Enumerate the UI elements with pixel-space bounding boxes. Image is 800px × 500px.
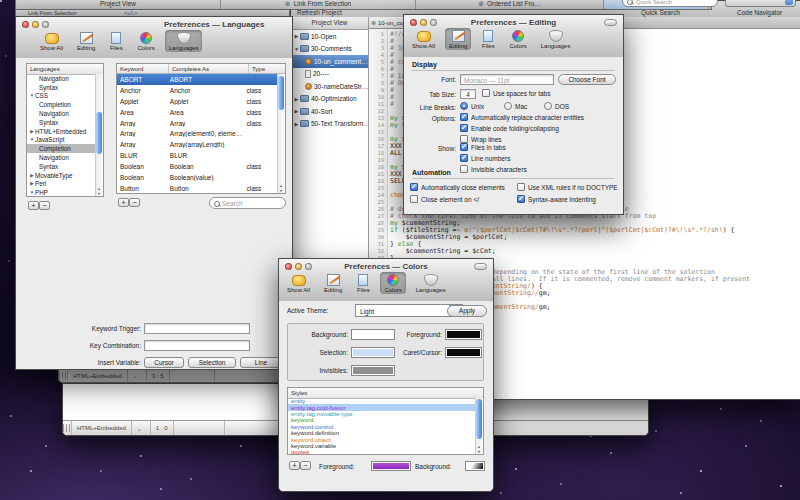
project-tree-item[interactable]: ▼30-Comments xyxy=(291,43,368,56)
language-list-item[interactable]: ▶HTML+Embedded xyxy=(27,127,96,136)
toolbar-item-files[interactable]: Files xyxy=(352,272,374,294)
language-mode-popup[interactable]: HTML+Embedded xyxy=(68,369,128,382)
checkbox-row[interactable]: Close element on </ xyxy=(410,195,517,203)
project-tree-item[interactable]: ▶50-Text Transform… xyxy=(291,118,368,131)
checkbox-row[interactable]: Wrap lines xyxy=(460,135,584,143)
close-button[interactable] xyxy=(22,21,29,28)
style-list-item[interactable]: quotes xyxy=(288,449,476,454)
language-list-item[interactable]: Completion xyxy=(27,144,96,153)
add-keyword-button[interactable]: + xyxy=(118,198,129,207)
close-button[interactable] xyxy=(410,19,417,26)
mac-radio[interactable] xyxy=(504,102,512,110)
code-navigator-dropdown[interactable] xyxy=(725,0,796,7)
disclosure-triangle-icon[interactable]: ▶ xyxy=(293,33,300,39)
popup-caret-icon[interactable] xyxy=(128,369,147,382)
language-list-item[interactable]: Syntax xyxy=(27,83,96,92)
remove-style-button[interactable]: − xyxy=(300,461,311,470)
column-completes-as[interactable]: Completes As xyxy=(169,64,249,73)
insert-line-button[interactable]: Line xyxy=(240,357,282,368)
keyword-table-row[interactable]: ABORTABORT xyxy=(117,74,278,85)
zoom-button[interactable] xyxy=(305,263,312,270)
checkbox[interactable] xyxy=(517,183,525,191)
add-language-button[interactable]: + xyxy=(28,201,39,210)
keyword-table-row[interactable]: AnchorAnchorclass xyxy=(117,85,278,96)
toolbar-item-languages[interactable]: Languages xyxy=(537,28,575,50)
checkbox[interactable] xyxy=(460,124,468,132)
language-list-item[interactable]: ▶Perl xyxy=(27,180,96,189)
checkbox[interactable] xyxy=(460,113,468,121)
dos-radio[interactable] xyxy=(544,102,552,110)
language-list-item[interactable]: Navigation xyxy=(27,74,96,83)
project-tree-item[interactable]: 20---- xyxy=(291,68,368,81)
language-list-item[interactable]: Syntax xyxy=(27,118,96,127)
apply-button[interactable]: Apply xyxy=(447,305,487,317)
toolbar-item-colors[interactable]: Colors xyxy=(380,272,405,294)
styles-scrollbar[interactable]: ▲▼ xyxy=(475,398,483,454)
project-tree-item[interactable]: ▶10-Open xyxy=(291,30,368,43)
add-style-button[interactable]: + xyxy=(289,461,300,470)
strip-tab-link-from-selection[interactable]: ⊗Link From Selection xyxy=(221,0,416,9)
background-swatch[interactable] xyxy=(351,329,395,340)
checkbox-row[interactable]: Line numbers xyxy=(460,154,527,162)
project-tree-item[interactable]: ▶40-Sort xyxy=(291,105,368,118)
checkbox-row[interactable]: Files in tabs xyxy=(460,143,527,151)
quick-search-input[interactable]: Quick Search xyxy=(622,0,718,7)
radio-dos[interactable]: DOS xyxy=(544,102,569,110)
toolbar-item-editing[interactable]: Editing xyxy=(320,272,346,294)
selection-swatch[interactable] xyxy=(351,347,395,358)
toolbar-item-editing[interactable]: Editing xyxy=(73,30,99,52)
toolbar-item-languages[interactable]: Languages xyxy=(165,30,203,52)
strip-tab-project-view[interactable]: Project View xyxy=(16,0,221,9)
caret-cursor-swatch[interactable] xyxy=(445,347,482,358)
invisibles-swatch[interactable] xyxy=(351,365,395,376)
scrollbar-thumb[interactable] xyxy=(476,399,482,439)
toolbar-item-show-all[interactable]: Show All xyxy=(36,31,67,52)
strip-tab-ordered-list-fro-[interactable]: ⊗Ordered List Fro… xyxy=(416,0,604,9)
remove-language-button[interactable]: − xyxy=(39,201,50,210)
keyword-table-row[interactable]: AreaAreaclass xyxy=(117,107,278,118)
toolbar-toggle-pill[interactable] xyxy=(604,19,617,26)
remove-keyword-button[interactable]: − xyxy=(129,198,140,207)
minimize-button[interactable] xyxy=(420,19,427,26)
editing-titlebar[interactable]: Preferences — Editing Show AllEditingFil… xyxy=(404,15,623,58)
colors-titlebar[interactable]: Preferences — Colors Show AllEditingFile… xyxy=(279,259,493,302)
disclosure-triangle-icon[interactable]: ▶ xyxy=(293,121,300,127)
tab-close-icon[interactable]: ⊗ xyxy=(478,1,484,7)
project-tree-item[interactable]: 10-un_comment… xyxy=(291,55,368,68)
checkbox-row[interactable]: Enable code folding/collapsing xyxy=(460,124,584,132)
languages-scrollbar[interactable]: ▲▼ xyxy=(95,74,103,196)
keyword-table-row[interactable]: ArrayArray(element0, eleme… xyxy=(117,128,278,139)
checkbox[interactable] xyxy=(460,165,468,173)
use-spaces-checkbox-row[interactable]: Use spaces for tabs xyxy=(482,89,550,97)
zoom-button[interactable] xyxy=(430,19,437,26)
use-spaces-checkbox[interactable] xyxy=(482,89,490,97)
unix-radio[interactable] xyxy=(460,102,468,110)
language-list-item[interactable]: ▼JavaScript xyxy=(27,136,96,145)
languages-titlebar[interactable]: Preferences — Languages Show AllEditingF… xyxy=(16,17,292,59)
foreground-swatch[interactable] xyxy=(445,329,482,340)
disclosure-triangle-icon[interactable]: ▼ xyxy=(293,46,300,52)
checkbox-row[interactable]: Syntax-aware indenting xyxy=(517,195,617,203)
checkbox-row[interactable]: Automatically replace character entities xyxy=(460,113,584,121)
minimize-button[interactable] xyxy=(295,263,302,270)
keyword-table-row[interactable]: AppletAppletclass xyxy=(117,96,278,107)
resize-grip[interactable] xyxy=(63,421,72,435)
popup-caret-icon[interactable] xyxy=(132,421,151,435)
toolbar-toggle-pill[interactable] xyxy=(474,263,487,270)
project-tree-item[interactable]: 30-nameDateStr… xyxy=(291,80,368,93)
tab-size-field[interactable]: 4 xyxy=(460,89,476,99)
toolbar-item-languages[interactable]: Languages xyxy=(412,272,450,294)
keyword-table-row[interactable]: BLURBLUR xyxy=(117,150,278,161)
checkbox[interactable] xyxy=(517,195,525,203)
checkbox[interactable] xyxy=(410,195,418,203)
resize-grip[interactable] xyxy=(59,369,68,382)
tab-close-icon[interactable]: ⊗ xyxy=(371,19,376,26)
close-button[interactable] xyxy=(285,263,292,270)
style-foreground-swatch[interactable] xyxy=(371,461,411,471)
keyword-table-row[interactable]: BooleanBooleanclass xyxy=(117,161,278,172)
toolbar-item-files[interactable]: Files xyxy=(477,28,499,50)
checkbox[interactable] xyxy=(460,154,468,162)
checkbox-row[interactable]: Use XML rules if no DOCTYPE xyxy=(517,183,617,191)
style-background-swatch[interactable] xyxy=(465,461,485,471)
checkbox[interactable] xyxy=(460,135,468,143)
